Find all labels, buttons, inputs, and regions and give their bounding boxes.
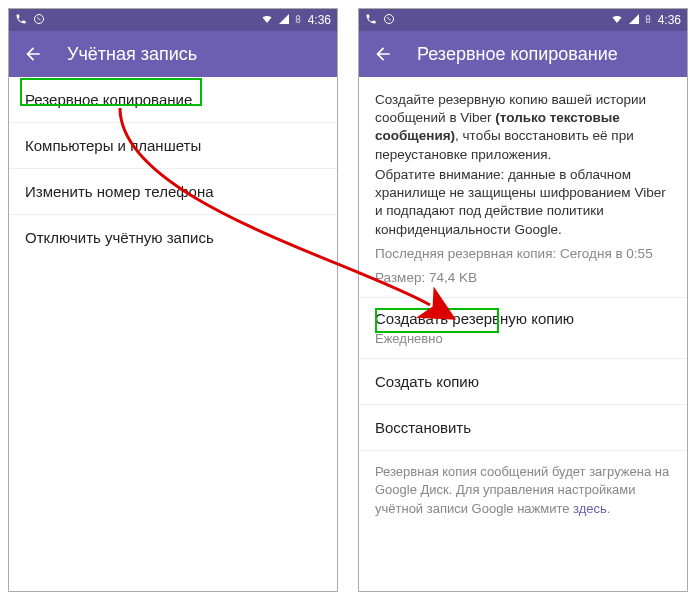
- battery-icon: [294, 13, 302, 28]
- page-title: Учётная запись: [67, 44, 197, 65]
- footer-post: .: [607, 501, 611, 516]
- footer-pre: Резервная копия сообщений будет загружен…: [375, 464, 669, 515]
- signal-icon: [628, 13, 640, 28]
- item-computers[interactable]: Компьютеры и планшеты: [9, 123, 337, 169]
- phone-icon: [15, 13, 27, 28]
- status-bar: 4:36: [9, 9, 337, 31]
- page-title: Резервное копирование: [417, 44, 618, 65]
- restore-button[interactable]: Восстановить: [359, 405, 687, 451]
- status-bar: 4:36: [359, 9, 687, 31]
- phone-right: 4:36 Резервное копирование Создайте резе…: [358, 8, 688, 592]
- schedule-value: Ежедневно: [359, 331, 687, 359]
- schedule-item[interactable]: Создавать резервную копию Ежедневно: [359, 298, 687, 359]
- wifi-icon: [260, 13, 274, 28]
- info-warn: Обратите внимание: данные в облачном хра…: [375, 166, 671, 239]
- phone-icon: [365, 13, 377, 28]
- signal-icon: [278, 13, 290, 28]
- wifi-icon: [610, 13, 624, 28]
- viber-icon: [33, 13, 45, 28]
- clock: 4:36: [308, 13, 331, 27]
- backup-size: Размер: 74,4 KB: [375, 269, 671, 287]
- schedule-title: Создавать резервную копию: [359, 298, 687, 331]
- phone-left: 4:36 Учётная запись Резервное копировани…: [8, 8, 338, 592]
- last-backup: Последняя резервная копия: Сегодня в 0:5…: [375, 245, 671, 263]
- item-change-number[interactable]: Изменить номер телефона: [9, 169, 337, 215]
- clock: 4:36: [658, 13, 681, 27]
- item-deactivate[interactable]: Отключить учётную запись: [9, 215, 337, 260]
- item-backup[interactable]: Резервное копирование: [9, 77, 337, 123]
- viber-icon: [383, 13, 395, 28]
- app-bar: Учётная запись: [9, 31, 337, 77]
- create-backup-button[interactable]: Создать копию: [359, 359, 687, 405]
- footer-link[interactable]: здесь: [573, 501, 607, 516]
- settings-list: Резервное копирование Компьютеры и планш…: [9, 77, 337, 260]
- footer-note: Резервная копия сообщений будет загружен…: [359, 451, 687, 530]
- backup-info: Создайте резервную копию вашей истории с…: [359, 77, 687, 298]
- app-bar: Резервное копирование: [359, 31, 687, 77]
- back-button[interactable]: [373, 44, 393, 64]
- back-button[interactable]: [23, 44, 43, 64]
- battery-icon: [644, 13, 652, 28]
